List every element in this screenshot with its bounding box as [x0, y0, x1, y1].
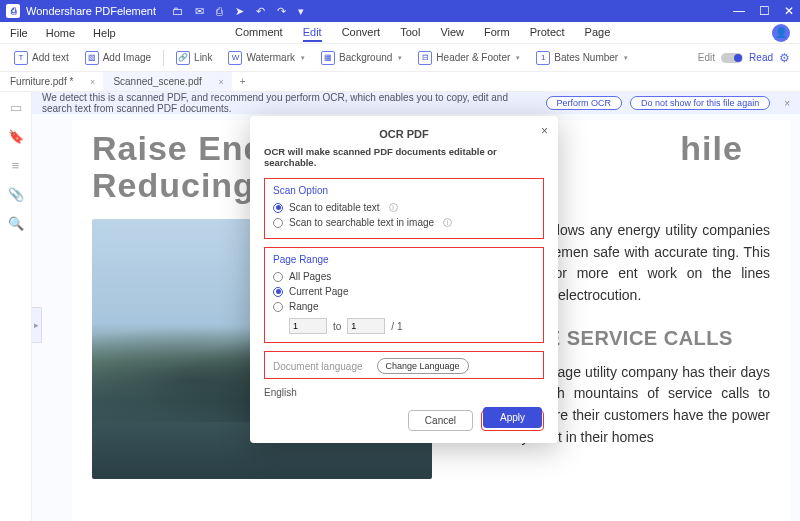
range-to-label: to: [333, 321, 341, 332]
page-range-title: Page Range: [273, 254, 535, 265]
dialog-close-icon[interactable]: ×: [541, 124, 548, 138]
radio-label: Scan to searchable text in image: [289, 217, 434, 228]
apply-highlight: Apply: [481, 410, 544, 431]
range-from-input[interactable]: [289, 318, 327, 334]
info-icon[interactable]: i: [443, 218, 452, 227]
radio-icon: [273, 302, 283, 312]
radio-label: Range: [289, 301, 318, 312]
scan-searchable-radio[interactable]: Scan to searchable text in imagei: [273, 217, 535, 228]
scan-option-title: Scan Option: [273, 185, 535, 196]
info-icon[interactable]: i: [389, 203, 398, 212]
language-label: Document language: [273, 361, 363, 372]
dialog-subtitle: OCR will make scanned PDF documents edit…: [264, 146, 544, 168]
change-language-button[interactable]: Change Language: [377, 358, 469, 374]
radio-icon: [273, 272, 283, 282]
apply-button[interactable]: Apply: [483, 407, 542, 428]
dialog-overlay: × OCR PDF OCR will make scanned PDF docu…: [0, 0, 800, 521]
range-to-input[interactable]: [347, 318, 385, 334]
dialog-actions: Cancel Apply: [264, 410, 544, 431]
range-current-radio[interactable]: Current Page: [273, 286, 535, 297]
radio-label: Current Page: [289, 286, 348, 297]
cancel-button[interactable]: Cancel: [408, 410, 473, 431]
scan-option-group: Scan Option Scan to editable texti Scan …: [264, 178, 544, 239]
range-all-radio[interactable]: All Pages: [273, 271, 535, 282]
radio-label: All Pages: [289, 271, 331, 282]
language-value: English: [264, 387, 544, 398]
radio-icon: [273, 287, 283, 297]
radio-label: Scan to editable text: [289, 202, 380, 213]
language-group: Document language Change Language: [264, 351, 544, 379]
radio-icon: [273, 203, 283, 213]
radio-icon: [273, 218, 283, 228]
scan-editable-radio[interactable]: Scan to editable texti: [273, 202, 535, 213]
range-inputs: to / 1: [289, 318, 535, 334]
page-range-group: Page Range All Pages Current Page Range …: [264, 247, 544, 343]
ocr-dialog: × OCR PDF OCR will make scanned PDF docu…: [250, 116, 558, 443]
range-custom-radio[interactable]: Range: [273, 301, 535, 312]
dialog-title: OCR PDF: [264, 128, 544, 140]
range-total: / 1: [391, 321, 402, 332]
